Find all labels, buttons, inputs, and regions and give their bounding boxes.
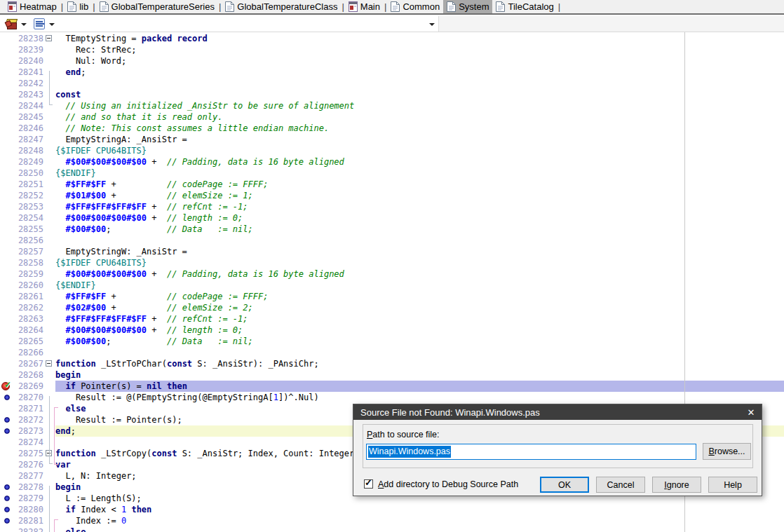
code-line[interactable]: ✓28269 if Pointer(s) = nil then — [0, 381, 784, 392]
code-text[interactable]: #$00#$00; // Data := nil; — [55, 336, 784, 347]
debug-line-dot-icon[interactable] — [0, 493, 15, 504]
code-text[interactable]: const — [55, 89, 784, 100]
code-line[interactable]: 28256 — [0, 235, 784, 246]
code-text[interactable]: // Note: This const assumes a little end… — [55, 123, 784, 134]
code-line[interactable]: 28238 TEmptyString = packed record — [0, 33, 784, 44]
navigator-icon[interactable] — [34, 18, 45, 29]
code-text[interactable]: #$00#$00#$00#$00 + // Padding, data is 1… — [55, 156, 784, 168]
code-line[interactable]: 28261 #$FF#$FF + // codePage := FFFF; — [0, 291, 784, 302]
code-text[interactable]: // and so that it is read only. — [55, 111, 784, 123]
code-text[interactable]: // Using an initialized _AnsiStr to be s… — [55, 100, 784, 111]
code-line[interactable]: 28258{$IFDEF CPU64BITS} — [0, 257, 784, 268]
code-line[interactable]: 28250{$ENDIF} — [0, 168, 784, 179]
code-line[interactable]: 28253 #$FF#$FF#$FF#$FF + // refCnt := -1… — [0, 201, 784, 212]
code-line[interactable]: 28244 // Using an initialized _AnsiStr t… — [0, 100, 784, 111]
help-button[interactable]: Help — [708, 477, 757, 493]
code-text[interactable]: EmptyStringA: _AnsiStr = — [55, 134, 784, 145]
code-line[interactable]: 28260{$ENDIF} — [0, 280, 784, 291]
toolbox-dropdown-icon[interactable] — [21, 23, 27, 26]
tab-main[interactable]: Main — [345, 0, 384, 13]
code-line[interactable]: 28262 #$02#$00 + // elemSize := 2; — [0, 302, 784, 313]
code-text[interactable]: Result := @(PEmptyString(@EmptyStringA[1… — [55, 392, 784, 403]
code-text[interactable]: #$00#$00#$00#$00 + // Padding, data is 1… — [55, 268, 784, 280]
code-line[interactable]: 28259 #$00#$00#$00#$00 + // Padding, dat… — [0, 268, 784, 280]
code-line[interactable]: 28249 #$00#$00#$00#$00 + // Padding, dat… — [0, 156, 784, 168]
code-text[interactable]: begin — [55, 369, 784, 381]
code-text[interactable]: #$FF#$FF + // codePage := FFFF; — [55, 291, 784, 302]
code-line[interactable]: 28281 Index := 0 — [0, 515, 784, 526]
tab-heatmap[interactable]: Heatmap — [4, 0, 60, 13]
cancel-button[interactable]: Cancel — [596, 477, 645, 493]
tab-lib[interactable]: lib — [64, 0, 92, 13]
code-text[interactable]: Rec: StrRec; — [55, 44, 784, 55]
code-line[interactable]: 28282 else — [0, 526, 784, 532]
code-line[interactable]: 28280 if Index < 1 then — [0, 504, 784, 515]
add-directory-checkbox[interactable]: ✓ — [364, 479, 373, 489]
code-text[interactable]: function _LStrToPChar(const S: _AnsiStr)… — [55, 358, 784, 369]
debug-line-dot-icon[interactable] — [0, 515, 15, 526]
code-text[interactable] — [55, 235, 784, 246]
close-icon[interactable]: ✕ — [741, 404, 762, 420]
code-line[interactable]: 28252 #$01#$00 + // elemSize := 1; — [0, 190, 784, 201]
code-text[interactable]: Nul: Word; — [55, 55, 784, 67]
tab-globaltemperatureseries[interactable]: GlobalTemperatureSeries — [96, 0, 218, 13]
browse-button[interactable]: Browse... — [703, 443, 751, 460]
code-text[interactable]: EmptyStringW: _AnsiStr = — [55, 246, 784, 257]
code-text[interactable]: #$FF#$FF#$FF#$FF + // refCnt := -1; — [55, 313, 784, 325]
code-line[interactable]: 28240 Nul: Word; — [0, 55, 784, 67]
code-line[interactable]: 28242 — [0, 78, 784, 89]
code-line[interactable]: 28255 #$00#$00; // Data := nil; — [0, 224, 784, 235]
code-text[interactable]: if Pointer(s) = nil then — [55, 381, 784, 392]
code-text[interactable]: {$ENDIF} — [55, 280, 784, 291]
path-input[interactable]: Winapi.Windows.pas — [366, 444, 696, 460]
code-line[interactable]: 28257 EmptyStringW: _AnsiStr = — [0, 246, 784, 257]
code-text[interactable] — [55, 78, 784, 89]
code-text[interactable]: end; — [55, 67, 784, 78]
code-text[interactable]: #$00#$00; // Data := nil; — [55, 224, 784, 235]
code-line[interactable]: 28267function _LStrToPChar(const S: _Ans… — [0, 358, 784, 369]
code-line[interactable]: 28266 — [0, 347, 784, 358]
code-line[interactable]: 28264 #$00#$00#$00#$00 + // length := 0; — [0, 325, 784, 336]
debug-line-dot-icon[interactable] — [0, 414, 15, 425]
code-text[interactable]: #$00#$00#$00#$00 + // length := 0; — [55, 212, 784, 224]
tab-globaltemperatureclass[interactable]: GlobalTemperatureClass — [222, 0, 341, 13]
code-text[interactable]: {$ENDIF} — [55, 168, 784, 179]
fold-collapse-icon[interactable] — [45, 358, 55, 369]
fold-collapse-icon[interactable] — [45, 33, 55, 44]
code-line[interactable]: 28246 // Note: This const assumes a litt… — [0, 123, 784, 134]
code-line[interactable]: 28239 Rec: StrRec; — [0, 44, 784, 55]
debug-line-dot-icon[interactable] — [0, 482, 15, 493]
combo-dropdown-icon[interactable] — [429, 23, 435, 26]
code-line[interactable]: 28243const — [0, 89, 784, 100]
code-line[interactable]: 28241 end; — [0, 67, 784, 78]
tab-tilecatalog[interactable]: TileCatalog — [492, 0, 557, 13]
code-line[interactable]: 28247 EmptyStringA: _AnsiStr = — [0, 134, 784, 145]
code-line[interactable]: 28270 Result := @(PEmptyString(@EmptyStr… — [0, 392, 784, 403]
code-line[interactable]: 28248{$IFDEF CPU64BITS} — [0, 145, 784, 156]
code-text[interactable]: #$02#$00 + // elemSize := 2; — [55, 302, 784, 313]
breakpoint-icon[interactable]: ✓ — [0, 381, 15, 392]
debug-line-dot-icon[interactable] — [0, 504, 15, 515]
tab-system[interactable]: System — [443, 0, 492, 13]
debug-line-dot-icon[interactable] — [0, 392, 15, 403]
code-line[interactable]: 28245 // and so that it is read only. — [0, 111, 784, 123]
code-text[interactable]: Index := 0 — [55, 515, 784, 526]
code-line[interactable]: 28263 #$FF#$FF#$FF#$FF + // refCnt := -1… — [0, 313, 784, 325]
navigator-dropdown-icon[interactable] — [49, 23, 55, 26]
code-text[interactable]: {$IFDEF CPU64BITS} — [55, 257, 784, 268]
code-line[interactable]: 28251 #$FF#$FF + // codePage := FFFF; — [0, 179, 784, 190]
code-line[interactable]: 28265 #$00#$00; // Data := nil; — [0, 336, 784, 347]
code-line[interactable]: 28254 #$00#$00#$00#$00 + // length := 0; — [0, 212, 784, 224]
code-text[interactable]: #$FF#$FF + // codePage := FFFF; — [55, 179, 784, 190]
toolbox-icon[interactable] — [6, 18, 18, 29]
code-line[interactable]: 28268begin — [0, 369, 784, 381]
tab-common[interactable]: Common — [387, 0, 443, 13]
code-text[interactable]: {$IFDEF CPU64BITS} — [55, 145, 784, 156]
code-text[interactable]: #$FF#$FF#$FF#$FF + // refCnt := -1; — [55, 201, 784, 212]
code-text[interactable]: #$01#$00 + // elemSize := 1; — [55, 190, 784, 201]
code-text[interactable]: else — [55, 526, 784, 532]
ok-button[interactable]: OK — [540, 477, 589, 493]
ignore-button[interactable]: Ignore — [652, 477, 701, 493]
code-text[interactable]: #$00#$00#$00#$00 + // length := 0; — [55, 325, 784, 336]
code-text[interactable]: TEmptyString = packed record — [55, 33, 784, 44]
